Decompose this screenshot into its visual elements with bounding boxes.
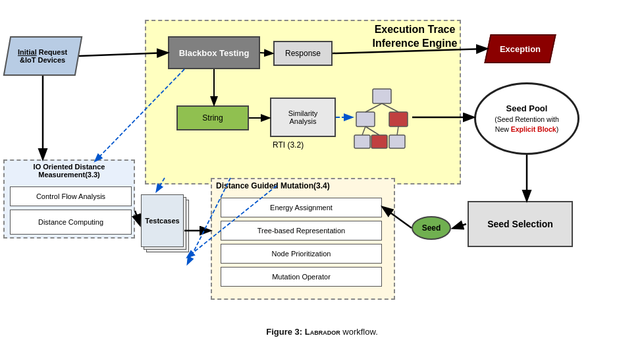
exception-label: Exception	[500, 44, 541, 54]
initial-request-box: Initial Request&IoT Devices	[3, 36, 83, 76]
testcase-paper-1: Testcases	[141, 194, 184, 247]
tree-icon	[353, 86, 412, 158]
svg-line-6	[365, 103, 382, 112]
svg-rect-3	[354, 135, 370, 148]
control-flow-label: Control Flow Analysis	[36, 192, 105, 200]
seed-label: Seed	[422, 223, 441, 233]
energy-label: Energy Assignment	[270, 204, 333, 212]
caption-title: Labrador	[305, 327, 340, 337]
io-title: IO Oriented DistanceMeasurement(3.3)	[7, 163, 132, 179]
blackbox-box: Blackbox Testing	[168, 36, 260, 69]
tree-rep-box: Tree-based Representation	[221, 221, 382, 241]
svg-line-10	[397, 127, 398, 135]
seed-pool-title: Seed Pool	[495, 103, 558, 115]
seed-pool-content: Seed Pool (Seed Retention withNew Explic…	[495, 103, 558, 134]
seed-pool: Seed Pool (Seed Retention withNew Explic…	[474, 82, 579, 155]
explicit-block-label: Explicit Block	[511, 125, 556, 133]
caption: Figure 3: Labrador workflow.	[0, 323, 644, 339]
similarity-box: SimilarityAnalysis	[270, 98, 336, 137]
string-box: String	[176, 105, 249, 130]
node-prior-label: Node Prioritization	[272, 250, 331, 258]
seed-pool-sub: (Seed Retention withNew Explicit Block)	[495, 115, 558, 134]
distance-label: Distance Computing	[38, 218, 103, 226]
response-label: Response	[285, 49, 321, 58]
response-box: Response	[273, 41, 333, 66]
seed-selection-label: Seed Selection	[487, 219, 553, 229]
mutation-op-label: Mutation Operator	[272, 273, 331, 281]
string-label: String	[202, 113, 223, 123]
control-flow-box: Control Flow Analysis	[10, 186, 132, 206]
svg-line-19	[454, 224, 466, 228]
svg-rect-1	[356, 112, 375, 127]
dgm-title: Distance Guided Mutation(3.4)	[216, 181, 330, 190]
initial-bold: Initial	[18, 48, 37, 56]
mutation-op-box: Mutation Operator	[221, 267, 382, 287]
rti-label: RTI (3.2)	[273, 140, 304, 150]
seed-selection-box: Seed Selection	[468, 201, 573, 247]
seed-oval: Seed	[412, 216, 451, 240]
tree-rep-label: Tree-based Representation	[257, 227, 346, 235]
node-prior-box: Node Prioritization	[221, 244, 382, 264]
svg-rect-5	[389, 135, 405, 148]
initial-request-text: Initial Request&IoT Devices	[18, 48, 67, 64]
distance-box: Distance Computing	[10, 210, 132, 235]
svg-line-7	[382, 103, 398, 112]
svg-rect-2	[389, 112, 408, 127]
svg-rect-0	[373, 89, 391, 103]
diagram: Execution TraceInference Engine Initial …	[0, 0, 644, 323]
exception-box: Exception	[484, 34, 556, 63]
svg-line-9	[365, 127, 379, 135]
blackbox-label: Blackbox Testing	[179, 48, 250, 58]
energy-box: Energy Assignment	[221, 198, 382, 217]
svg-rect-4	[371, 135, 387, 148]
svg-line-8	[362, 127, 365, 135]
eti-title: Execution TraceInference Engine	[362, 23, 468, 51]
caption-suffix: workflow.	[342, 327, 377, 337]
caption-prefix: Figure 3:	[266, 327, 302, 337]
svg-line-22	[135, 211, 140, 224]
